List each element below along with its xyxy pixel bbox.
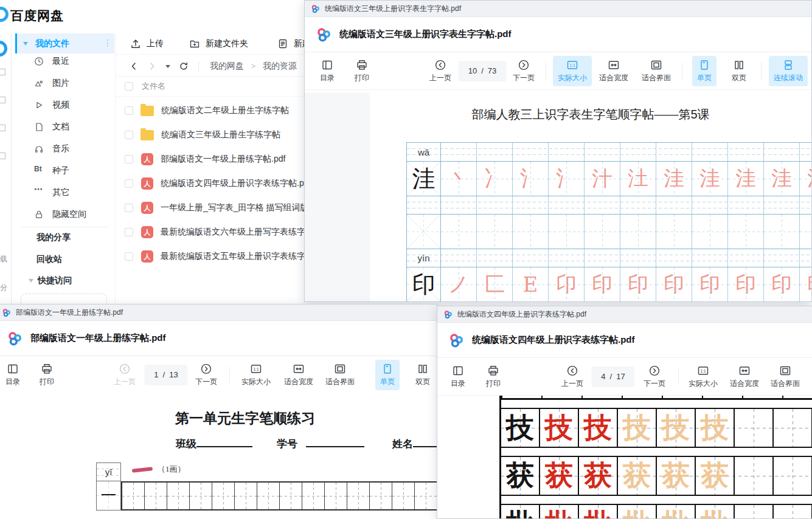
row-checkbox[interactable] [125,155,133,163]
grid-row: 批批批批批批 [501,504,812,518]
sidebar-item-videos[interactable]: 视频 [12,94,116,116]
row-checkbox[interactable] [125,204,133,212]
window-title-bar[interactable]: 统编版语文三年级上册识字表生字字帖.pdf [305,1,811,17]
sidebar-item-torrents[interactable]: Bt 种子 [12,160,116,182]
sidebar-item-images[interactable]: 图片 [12,72,116,94]
prev-page-button[interactable]: 上一页 [557,362,588,392]
sidebar-item-recycle-bin[interactable]: 回收站 [36,254,62,265]
prev-page-button[interactable]: 上一页 [109,360,141,390]
toc-button[interactable]: 目录 [1,360,25,390]
fit-page-button[interactable]: 适合界面 [766,362,805,392]
sidebar-item-music[interactable]: 音乐 [12,138,116,160]
app-title: 百度网盘 [10,7,64,24]
pdf-file-icon: 人 [141,226,153,238]
continuous-scroll-button[interactable]: 连续滚动 [769,56,808,86]
double-page-button[interactable]: 双页 [411,360,435,390]
toc-button[interactable]: 目录 [315,56,339,86]
forward-icon[interactable] [147,61,157,71]
chevron-down-icon[interactable] [23,42,28,46]
row-checkbox[interactable] [125,106,133,115]
select-all-checkbox[interactable] [125,82,133,91]
next-page-button[interactable]: 下一页 [190,360,222,390]
actual-size-button[interactable]: 1:1 实际大小 [684,362,723,392]
sidebar-item-my-shares[interactable]: 我的分享 [36,232,71,243]
double-page-button[interactable]: 双页 [727,56,751,86]
window-title: 部编版语文一年级上册练字帖.pdf [16,308,123,318]
prev-page-button[interactable]: 上一页 [425,56,456,86]
single-page-button[interactable]: 单页 [692,56,717,86]
print-button[interactable]: 打印 [350,56,374,86]
fit-width-icon [293,363,305,375]
sidebar-item-quick-access[interactable]: 快捷访问 [38,275,72,286]
practice-cell: 获 [540,457,579,495]
practice-cell: 技 [540,409,579,447]
back-icon[interactable] [129,61,139,71]
sidebar-item-hidden-space[interactable]: 隐藏空间 [12,204,116,225]
fit-page-button[interactable]: 适合界面 [321,360,359,390]
row-checkbox[interactable] [125,252,133,261]
pdf-content[interactable]: 第一单元生字笔顺练习 班级 学号 姓名 yī 一 （1画） [0,393,437,519]
practice-cell [774,409,812,447]
window-title-bar[interactable]: 统编版语文四年级上册识字表练字帖.pdf [437,306,812,323]
file-name[interactable]: 统编版语文二年级上册生字练字帖 [161,105,289,116]
pdf-content[interactable]: 部编人教三上识字表生字笔顺字帖——第5课 wā洼丶冫氵氵汁汢洼洼洼洼洼yìn印ノ… [305,93,811,301]
practice-cell [513,215,549,249]
breadcrumb-item[interactable]: 我的网盘 [210,61,244,72]
history-caret-icon[interactable] [165,65,170,68]
practice-cell: 洼 [692,162,728,196]
current-page[interactable]: 10 [468,66,477,75]
refresh-icon[interactable] [179,61,189,71]
netdisk-logo-icon [2,308,11,317]
next-page-button[interactable]: 下一页 [639,362,670,392]
new-folder-button[interactable]: 新建文件夹 [189,38,248,49]
practice-cell [257,483,280,509]
baidu-netdisk-logo-icon [0,7,9,22]
practice-cell: 印 [728,267,764,301]
fit-width-button[interactable]: 适合宽度 [725,362,764,392]
cutoff-label: 载 [0,254,7,264]
current-page[interactable]: 4 [601,372,605,381]
file-name[interactable]: 最新统编版语文五年级上册识字表练字帖.pdf [161,251,328,262]
sidebar-item-documents[interactable]: 文档 [12,116,116,138]
actual-size-button[interactable]: 1:1 实际大小 [553,56,592,86]
fit-width-button[interactable]: 适合宽度 [594,56,633,86]
breadcrumb-item[interactable]: 我的资源 [263,61,297,72]
current-page[interactable]: 1 [154,370,158,379]
print-button[interactable]: 打印 [35,360,59,390]
practice-cell [441,143,477,161]
chevron-down-icon[interactable] [29,279,33,283]
row-checkbox[interactable] [125,228,133,236]
upload-button[interactable]: 上传 [130,38,164,49]
print-button[interactable]: 打印 [481,362,505,392]
single-page-button[interactable]: 单页 [375,360,400,390]
sidebar-item-recent[interactable]: 最近 [12,50,116,72]
file-name[interactable]: 统编语文三年级上册生字练字帖 [161,129,280,140]
practice-cell [692,249,728,267]
breadcrumb-separator: > [251,62,255,70]
window-title-bar[interactable]: 部编版语文一年级上册练字帖.pdf [0,304,437,321]
fit-page-button[interactable]: 适合界面 [637,56,676,86]
sidebar-item-other[interactable]: ⋯ 其它 [12,182,116,204]
new-folder-label: 新建文件夹 [206,38,248,49]
pdf-toolbar: 目录 打印 上一页 1 / 13 下一页 1:1 实际大小 [0,356,437,394]
practice-cell [347,483,370,509]
row-checkbox[interactable] [125,179,133,188]
toc-button[interactable]: 目录 [446,362,470,392]
practice-cell: 洼 [656,162,692,196]
kebab-menu-icon[interactable]: ⋮ [103,38,112,47]
practice-cell [692,143,728,161]
file-name[interactable]: 统编版语文四年级上册识字表练字帖.pdf [161,178,311,189]
practice-cell [656,143,692,161]
page-indicator[interactable]: 1 / 13 [144,365,187,385]
row-checkbox[interactable] [125,131,133,139]
file-name[interactable]: 部编版语文一年级上册练字帖.pdf [161,154,285,165]
fit-width-button[interactable]: 适合宽度 [279,360,318,390]
actual-size-button[interactable]: 1:1 实际大小 [237,360,276,390]
file-name[interactable]: 最新统编版语文六年级上册写字表练字帖.pdf [161,227,328,238]
pdf-content[interactable]: 技技技技技技获获获获获获批批批批批批 [437,396,812,518]
page-indicator[interactable]: 4 / 17 [591,366,634,387]
prev-page-icon [119,363,131,375]
toc-panel [305,93,370,301]
next-page-button[interactable]: 下一页 [508,56,540,86]
page-indicator[interactable]: 10 / 73 [459,61,507,81]
